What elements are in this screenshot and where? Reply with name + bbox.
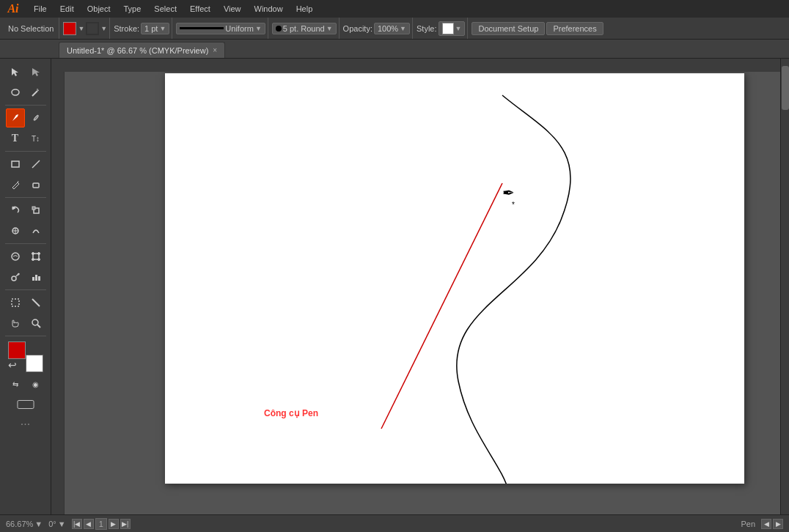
background-color-swatch[interactable] [26, 355, 43, 372]
artboard: ✒ * Công cụ Pen [165, 73, 744, 484]
menu-file[interactable]: File [28, 3, 53, 15]
prev-page-button[interactable]: ◀ [84, 519, 94, 529]
svg-point-20 [32, 259, 34, 261]
svg-point-19 [37, 253, 40, 255]
puppet-warp-tool[interactable] [6, 221, 25, 240]
hand-tool[interactable] [6, 314, 25, 333]
menu-object[interactable]: Object [81, 3, 117, 15]
preferences-button[interactable]: Preferences [546, 22, 603, 35]
eraser-tool[interactable] [26, 175, 45, 194]
style-group: Style: ▼ [414, 18, 468, 39]
rotate-tool[interactable] [6, 201, 25, 220]
artboard-tool[interactable] [6, 293, 25, 312]
pen-tool[interactable] [6, 108, 25, 128]
rotation-dropdown[interactable]: 0° ▼ [48, 520, 65, 528]
line-tool[interactable] [26, 155, 45, 174]
page-number[interactable]: 1 [95, 518, 107, 530]
svg-rect-29 [12, 299, 19, 306]
rotation-value: 0° [48, 520, 56, 528]
tab-close-button[interactable]: × [213, 46, 217, 54]
color-swatch-area: ↩ [5, 340, 46, 372]
status-prev[interactable]: ◀ [761, 519, 771, 529]
tool-row-bottom [16, 395, 35, 414]
more-tools-button[interactable]: ··· [21, 418, 30, 431]
type-tool[interactable]: T [6, 129, 25, 148]
stroke-weight-dropdown[interactable]: 1 pt ▼ [141, 23, 169, 34]
tool-row-7 [6, 201, 45, 220]
app-logo: Ai [3, 0, 23, 18]
svg-line-5 [37, 90, 39, 91]
foreground-color-swatch[interactable] [8, 341, 26, 359]
svg-rect-28 [38, 276, 40, 281]
menu-effect[interactable]: Effect [184, 3, 216, 15]
tool-separator-4 [5, 243, 46, 244]
canvas-area: ✒ * Công cụ Pen ruler ticks [51, 59, 780, 514]
svg-line-8 [18, 181, 18, 182]
screen-mode-button[interactable] [16, 395, 35, 414]
select-tool[interactable] [6, 62, 25, 81]
curve-drawing: ✒ * [165, 73, 744, 484]
zoom-arrow: ▼ [34, 520, 43, 528]
svg-text:✒: ✒ [502, 185, 515, 201]
vertical-scrollbar[interactable] [780, 59, 789, 514]
svg-point-16 [12, 253, 19, 260]
tool-row-5 [6, 155, 45, 174]
zoom-dropdown[interactable]: 66.67% ▼ [6, 520, 43, 528]
opacity-dropdown[interactable]: 100% ▼ [374, 23, 410, 34]
menu-window[interactable]: Window [249, 3, 289, 15]
scroll-thumb[interactable] [782, 66, 789, 110]
ruler-marks: ruler ticks [51, 59, 780, 72]
current-tool-display: Pen [741, 520, 755, 528]
svg-marker-1 [32, 68, 40, 76]
touch-type-tool[interactable]: T↕ [26, 129, 45, 148]
menu-select[interactable]: Select [148, 3, 183, 15]
rotation-arrow: ▼ [58, 520, 66, 528]
fill-swatch[interactable] [63, 22, 76, 35]
tool-row-4: T T↕ [6, 129, 45, 148]
stroke-swatch[interactable] [86, 22, 99, 35]
document-tab[interactable]: Untitled-1* @ 66.67 % (CMYK/Preview) × [59, 42, 225, 58]
zoom-value: 66.67% [6, 520, 33, 528]
tool-row-11 [6, 293, 45, 312]
style-dropdown[interactable]: ▼ [438, 21, 466, 36]
zoom-tool[interactable] [26, 314, 45, 333]
warp-tool[interactable] [6, 247, 25, 266]
brush-dropdown[interactable]: 5 pt. Round ▼ [272, 23, 337, 34]
status-next[interactable]: ▶ [773, 519, 783, 529]
color-mode-button[interactable]: ◉ [26, 374, 45, 394]
direct-select-tool[interactable] [26, 62, 45, 81]
scale-tool[interactable] [26, 201, 45, 220]
fill-arrow[interactable]: ▼ [78, 25, 84, 32]
lasso-tool[interactable] [6, 83, 25, 102]
document-setup-button[interactable]: Document Setup [471, 22, 545, 35]
rectangle-tool[interactable] [6, 155, 25, 174]
blob-brush-tool[interactable] [26, 108, 45, 128]
last-page-button[interactable]: ▶| [120, 519, 131, 529]
canvas-scroll[interactable]: ✒ * Công cụ Pen ruler ticks [51, 59, 780, 514]
next-page-button[interactable]: ▶ [109, 519, 119, 529]
column-graph-tool[interactable] [26, 267, 45, 287]
stroke-swatch-arrow[interactable]: ▼ [100, 25, 107, 32]
first-page-button[interactable]: |◀ [72, 519, 82, 529]
swap-colors-button[interactable]: ⇆ [6, 374, 25, 394]
svg-rect-33 [17, 400, 33, 408]
tab-bar: Untitled-1* @ 66.67 % (CMYK/Preview) × [0, 40, 789, 59]
menu-view[interactable]: View [218, 3, 247, 15]
svg-line-7 [32, 160, 40, 168]
slice-tool[interactable] [26, 293, 45, 312]
symbol-sprayer-tool[interactable] [6, 267, 25, 287]
no-selection-label: No Selection [5, 23, 56, 34]
reshape-tool[interactable] [26, 221, 45, 240]
tool-separator-2 [5, 151, 46, 152]
magic-wand-tool[interactable] [26, 83, 45, 102]
default-colors-button[interactable]: ↩ [8, 359, 17, 371]
menu-edit[interactable]: Edit [54, 3, 80, 15]
free-transform-tool[interactable] [26, 247, 45, 266]
page-navigation: |◀ ◀ 1 ▶ ▶| [72, 518, 131, 530]
style-label: Style: [416, 24, 437, 33]
stroke-label: Stroke: [114, 24, 139, 33]
menu-help[interactable]: Help [290, 3, 319, 15]
pencil-tool[interactable] [6, 175, 25, 194]
stroke-style-dropdown[interactable]: Uniform ▼ [176, 23, 265, 34]
menu-type[interactable]: Type [118, 3, 147, 15]
